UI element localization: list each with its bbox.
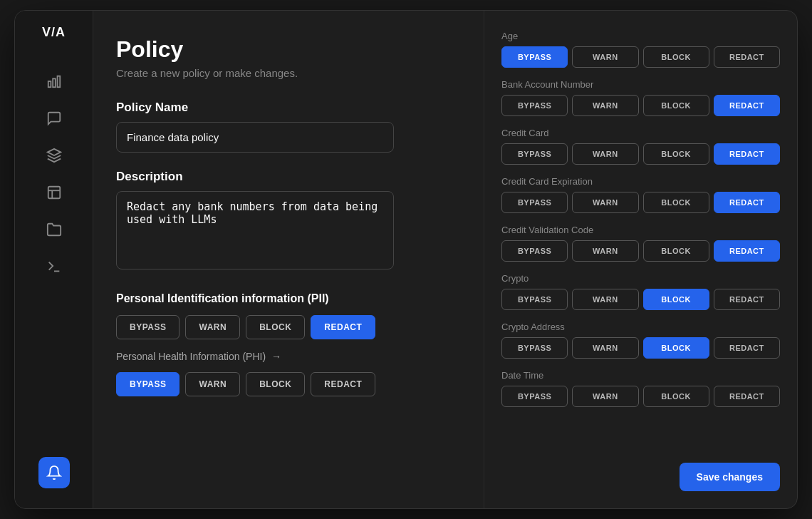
cc-bypass-btn[interactable]: BYPASS [501,143,568,165]
bank-account-row: Bank Account Number BYPASS WARN BLOCK RE… [501,79,780,116]
phi-label: Personal Health Information (PHI) [116,351,266,362]
sidebar: V/A [15,11,93,508]
svg-marker-3 [47,149,60,155]
dt-bypass-btn[interactable]: BYPASS [501,386,568,407]
description-label: Description [116,170,461,184]
dt-redact-btn[interactable]: REDACT [714,386,780,407]
credit-card-row: Credit Card BYPASS WARN BLOCK REDACT [501,128,780,165]
credit-card-label: Credit Card [501,128,780,138]
svg-rect-1 [53,78,56,87]
book-icon[interactable] [38,177,70,208]
bell-icon[interactable] [38,457,70,488]
right-panel: Age BYPASS WARN BLOCK REDACT Bank Accoun… [484,11,797,508]
ca-block-btn[interactable]: BLOCK [643,337,709,359]
cvc-bypass-btn[interactable]: BYPASS [501,240,568,262]
page-title: Policy [116,36,461,63]
dt-block-btn[interactable]: BLOCK [643,386,709,407]
age-label: Age [501,31,780,41]
cc-redact-btn[interactable]: REDACT [714,143,780,165]
crypto-address-btn-group: BYPASS WARN BLOCK REDACT [501,337,780,359]
dt-warn-btn[interactable]: WARN [572,386,638,407]
datetime-btn-group: BYPASS WARN BLOCK REDACT [501,386,780,407]
main-content: Policy Create a new policy or make chang… [93,11,797,508]
cce-warn-btn[interactable]: WARN [572,192,638,213]
phi-warn-btn[interactable]: WARN [185,372,240,396]
age-btn-group: BYPASS WARN BLOCK REDACT [501,46,780,68]
crypto-address-row: Crypto Address BYPASS WARN BLOCK REDACT [501,322,780,359]
policy-name-label: Policy Name [116,101,461,115]
crypto-address-label: Crypto Address [501,322,780,332]
cvc-block-btn[interactable]: BLOCK [643,240,709,262]
policy-name-input[interactable] [116,122,394,153]
phi-redact-btn[interactable]: REDACT [311,372,375,396]
datetime-row: Date Time BYPASS WARN BLOCK REDACT [501,370,780,407]
crypto-label: Crypto [501,273,780,284]
bank-redact-btn[interactable]: REDACT [714,95,780,116]
bank-account-label: Bank Account Number [501,79,780,90]
cc-block-btn[interactable]: BLOCK [643,143,709,165]
pii-block-btn[interactable]: BLOCK [246,315,305,339]
credit-card-btn-group: BYPASS WARN BLOCK REDACT [501,143,780,165]
cvc-row: Credit Validation Code BYPASS WARN BLOCK… [501,225,780,262]
terminal-icon[interactable] [38,251,70,282]
age-bypass-btn[interactable]: BYPASS [501,46,568,68]
cvc-label: Credit Validation Code [501,225,780,235]
cvc-redact-btn[interactable]: REDACT [714,240,780,262]
age-block-btn[interactable]: BLOCK [643,46,709,68]
description-input[interactable]: Redact any bank numbers from data being … [116,191,394,269]
crypto-bypass-btn[interactable]: BYPASS [501,289,568,310]
cvc-warn-btn[interactable]: WARN [572,240,638,262]
app-logo: V/A [42,25,66,40]
cce-block-btn[interactable]: BLOCK [643,192,709,213]
pii-warn-btn[interactable]: WARN [185,315,240,339]
ca-redact-btn[interactable]: REDACT [714,337,780,359]
datetime-label: Date Time [501,370,780,381]
cc-warn-btn[interactable]: WARN [572,143,638,165]
layers-icon[interactable] [38,140,70,171]
pii-section-title: Personal Identification information (PII… [116,292,461,305]
cce-redact-btn[interactable]: REDACT [714,192,780,213]
chart-icon[interactable] [38,66,70,97]
left-panel: Policy Create a new policy or make chang… [93,11,484,508]
cc-expiration-label: Credit Card Expiration [501,176,780,187]
phi-bypass-btn[interactable]: BYPASS [116,372,179,396]
bank-warn-btn[interactable]: WARN [572,95,638,116]
chat-icon[interactable] [38,103,70,134]
app-window: V/A [14,10,798,509]
crypto-row: Crypto BYPASS WARN BLOCK REDACT [501,273,780,310]
bank-block-btn[interactable]: BLOCK [643,95,709,116]
cc-expiration-row: Credit Card Expiration BYPASS WARN BLOCK… [501,176,780,213]
phi-arrow-icon[interactable]: → [271,351,281,362]
pii-bypass-btn[interactable]: BYPASS [116,315,179,339]
crypto-warn-btn[interactable]: WARN [572,289,638,310]
bank-account-btn-group: BYPASS WARN BLOCK REDACT [501,95,780,116]
phi-row: Personal Health Information (PHI) → [116,351,461,362]
svg-rect-2 [57,76,60,88]
crypto-block-btn[interactable]: BLOCK [643,289,709,310]
page-subtitle: Create a new policy or make changes. [116,67,461,79]
svg-rect-0 [48,81,51,87]
cce-bypass-btn[interactable]: BYPASS [501,192,568,213]
save-changes-button[interactable]: Save changes [680,463,780,491]
pii-redact-btn[interactable]: REDACT [311,315,375,339]
crypto-btn-group: BYPASS WARN BLOCK REDACT [501,289,780,310]
ca-bypass-btn[interactable]: BYPASS [501,337,568,359]
age-row: Age BYPASS WARN BLOCK REDACT [501,31,780,68]
age-warn-btn[interactable]: WARN [572,46,638,68]
cvc-btn-group: BYPASS WARN BLOCK REDACT [501,240,780,262]
folder-icon[interactable] [38,214,70,245]
phi-button-group: BYPASS WARN BLOCK REDACT [116,372,461,396]
pii-button-group: BYPASS WARN BLOCK REDACT [116,315,461,339]
svg-rect-4 [48,187,60,199]
phi-block-btn[interactable]: BLOCK [246,372,305,396]
age-redact-btn[interactable]: REDACT [714,46,780,68]
bank-bypass-btn[interactable]: BYPASS [501,95,568,116]
crypto-redact-btn[interactable]: REDACT [714,289,780,310]
cc-expiration-btn-group: BYPASS WARN BLOCK REDACT [501,192,780,213]
ca-warn-btn[interactable]: WARN [572,337,638,359]
